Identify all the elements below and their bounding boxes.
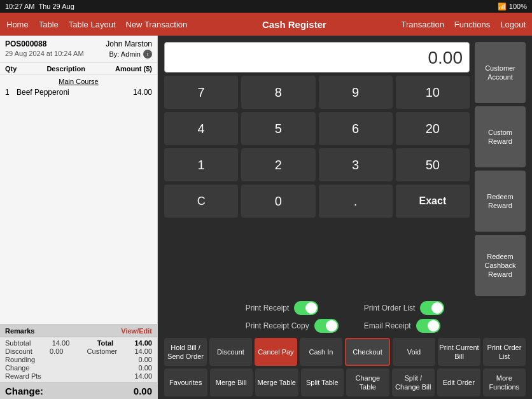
key-7[interactable]: 7	[164, 76, 238, 109]
split-table-button[interactable]: Split Table	[301, 368, 344, 396]
customer-account-button[interactable]: Customer Account	[475, 42, 526, 103]
print-receipt-copy-toggle[interactable]	[314, 319, 339, 333]
email-receipt-label: Email Receipt	[364, 321, 411, 330]
email-receipt-toggle-item: Email Receipt	[364, 319, 445, 333]
favourites-button[interactable]: Favourites	[164, 368, 207, 396]
more-functions-button[interactable]: More Functions	[483, 368, 526, 396]
item-desc: Beef Pepperoni	[17, 88, 133, 97]
discount-value: 0.00	[50, 347, 63, 355]
email-receipt-toggle[interactable]	[416, 319, 440, 333]
totals-grid: Subtotal 14.00 Total 14.00 Discount 0.00…	[0, 337, 157, 382]
rounding-row: Rounding 0.00	[5, 356, 152, 363]
change-display-value: 0.00	[134, 386, 152, 396]
subtotal-value: 14.00	[52, 339, 70, 347]
key-2[interactable]: 2	[241, 148, 315, 181]
app-title: Cash Register	[187, 19, 401, 30]
receipt-panel: POS000088 John Marston 29 Aug 2024 at 10…	[0, 36, 158, 399]
bottom-row2: Favourites Merge Bill Merge Table Split …	[164, 367, 526, 399]
nav-home[interactable]: Home	[6, 17, 29, 32]
key-dot[interactable]: .	[319, 185, 393, 218]
nav-table[interactable]: Table	[39, 17, 59, 32]
print-order-list-toggle[interactable]	[420, 301, 444, 315]
battery-label: 100%	[509, 3, 527, 10]
key-10[interactable]: 10	[396, 76, 470, 109]
rounding-value: 0.00	[139, 356, 152, 363]
reward-pts-row: Reward Pts 14.00	[5, 372, 152, 380]
col-description: Description	[46, 65, 85, 73]
checkout-button[interactable]: Checkout	[345, 338, 390, 366]
nav-new-transaction[interactable]: New Transaction	[126, 17, 188, 32]
print-current-bill-button[interactable]: Print Current Bill	[438, 338, 480, 366]
change-value: 0.00	[139, 364, 152, 372]
keypad-right: Customer Account Custom Reward Redeem Re…	[475, 42, 526, 296]
nav-functions[interactable]: Functions	[454, 17, 490, 32]
by-admin-label: By: Admin	[109, 50, 141, 58]
custom-reward-button[interactable]: Custom Reward	[475, 106, 526, 167]
change-display-label: Change:	[5, 386, 43, 396]
key-3[interactable]: 3	[319, 148, 393, 181]
redeem-reward-button[interactable]: Redeem Reward	[475, 171, 526, 232]
top-nav: Home Table Table Layout New Transaction …	[0, 13, 532, 36]
key-5[interactable]: 5	[241, 112, 315, 145]
key-20[interactable]: 20	[396, 112, 470, 145]
key-clear[interactable]: C	[164, 185, 238, 218]
admin-info: By: Admin i	[109, 50, 152, 59]
print-receipt-toggle[interactable]	[294, 301, 318, 315]
nav-transaction[interactable]: Transaction	[401, 17, 444, 32]
display-row: 0.00	[164, 42, 470, 73]
discount-label: Discount	[5, 347, 32, 355]
print-order-list-toggle-item: Print Order List	[364, 301, 445, 315]
col-amount: Amount ($)	[115, 65, 152, 73]
split-change-bill-button[interactable]: Split / Change Bill	[392, 368, 435, 396]
keypad-grid: 7 8 9 10 4 5 6 20 1 2 3 50 C 0 . Exact	[164, 76, 470, 218]
receipt-columns: Qty Description Amount ($)	[0, 63, 157, 75]
receipt-items: Main Course 1 Beef Pepperoni 14.00	[0, 75, 157, 325]
nav-table-layout[interactable]: Table Layout	[69, 17, 116, 32]
print-order-list-button[interactable]: Print Order List	[483, 338, 526, 366]
subtotal-label: Subtotal	[5, 339, 31, 347]
edit-order-button[interactable]: Edit Order	[437, 368, 480, 396]
nav-logout[interactable]: Logout	[500, 17, 526, 32]
reward-pts-value: 14.00	[134, 372, 152, 380]
void-button[interactable]: Void	[393, 338, 435, 366]
status-bar: 10:27 AM Thu 29 Aug 📶 100%	[0, 0, 532, 13]
key-6[interactable]: 6	[319, 112, 393, 145]
subtotal-row: Subtotal 14.00 Total 14.00	[5, 339, 152, 347]
print-order-list-label: Print Order List	[364, 304, 416, 312]
toggle-row-right: Print Order List Email Receipt	[364, 301, 445, 333]
print-receipt-copy-toggle-item: Print Receipt Copy	[246, 319, 339, 333]
bottom-row1: Hold Bill / Send Order Discount Cancel P…	[164, 335, 526, 367]
discount-row: Discount 0.00 Customer 14.00	[5, 347, 152, 355]
merge-bill-button[interactable]: Merge Bill	[210, 368, 253, 396]
course-label: Main Course	[5, 78, 152, 85]
right-panel: 0.00 7 8 9 10 4 5 6 20 1 2 3 50 C 0	[158, 36, 532, 399]
discount-button[interactable]: Discount	[209, 338, 252, 366]
pos-id: POS000088	[5, 39, 46, 48]
customer-label: Customer	[87, 347, 118, 355]
key-9[interactable]: 9	[319, 76, 393, 109]
key-50[interactable]: 50	[396, 148, 470, 181]
key-0[interactable]: 0	[241, 185, 315, 218]
remarks-label: Remarks	[5, 327, 34, 335]
main-layout: POS000088 John Marston 29 Aug 2024 at 10…	[0, 36, 532, 399]
key-8[interactable]: 8	[241, 76, 315, 109]
receipt-footer: Remarks View/Edit Subtotal 14.00 Total 1…	[0, 325, 157, 399]
col-qty: Qty	[5, 65, 17, 73]
key-1[interactable]: 1	[164, 148, 238, 181]
view-edit-label[interactable]: View/Edit	[121, 327, 152, 335]
receipt-header: POS000088 John Marston 29 Aug 2024 at 10…	[0, 36, 157, 63]
change-table-button[interactable]: Change Table	[346, 368, 389, 396]
print-receipt-label: Print Receipt	[246, 304, 290, 312]
redeem-cashback-button[interactable]: Redeem Cashback Reward	[475, 235, 526, 296]
key-4[interactable]: 4	[164, 112, 238, 145]
customer-name: John Marston	[106, 39, 152, 48]
merge-table-button[interactable]: Merge Table	[255, 368, 298, 396]
cancel-pay-button[interactable]: Cancel Pay	[255, 338, 297, 366]
toggles-area: Print Receipt Print Receipt Copy Print O…	[164, 296, 526, 335]
admin-icon: i	[143, 50, 152, 59]
toggle-row-left: Print Receipt Print Receipt Copy	[246, 301, 339, 333]
hold-bill-button[interactable]: Hold Bill / Send Order	[164, 338, 207, 366]
key-exact[interactable]: Exact	[396, 185, 470, 218]
cash-in-button[interactable]: Cash In	[300, 338, 342, 366]
rounding-label: Rounding	[5, 356, 35, 363]
